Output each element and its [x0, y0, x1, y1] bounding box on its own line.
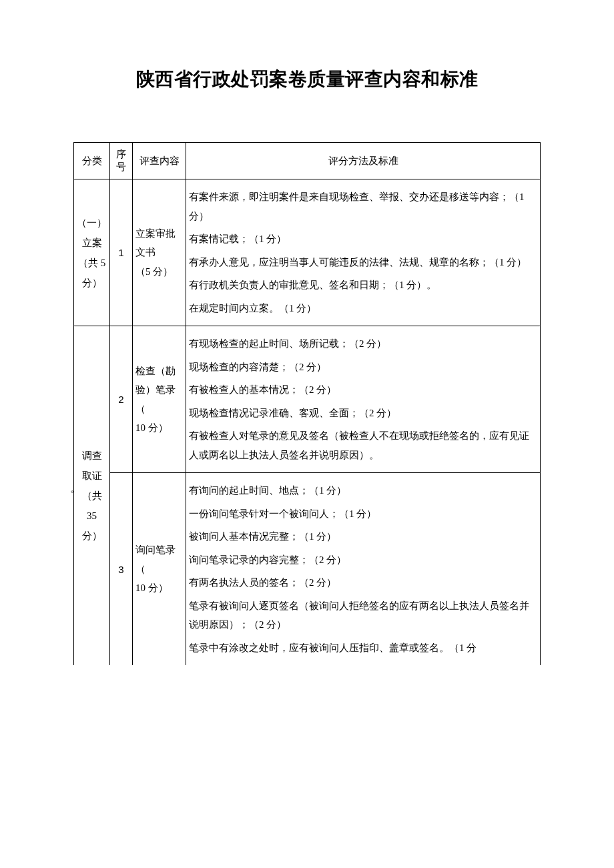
cat2-l1: 调查	[77, 446, 107, 466]
index-cell-3: 3	[110, 473, 133, 666]
c2-l3: 10 分）	[135, 418, 183, 438]
cat1-l1: （一）	[77, 213, 107, 233]
c3-l1: 询问笔录（	[135, 540, 183, 578]
s3-5: 有两名执法人员的签名；（2 分）	[189, 573, 537, 592]
content-cell-2: 检查（勘 验）笔录（ 10 分）	[133, 326, 186, 473]
content-cell-3: 询问笔录（ 10 分）	[133, 473, 186, 666]
c3-l2: 10 分）	[135, 578, 183, 598]
cat1-l3: （共 5	[77, 253, 107, 273]
header-category: 分类	[74, 143, 110, 179]
header-content: 评查内容	[133, 143, 186, 179]
c1-l1: 立案审批	[135, 224, 183, 244]
stray-dot: 。	[70, 478, 80, 498]
category-cell-1: （一） 立案 （共 5 分）	[74, 179, 110, 326]
c2-l1: 检查（勘	[135, 362, 183, 381]
s1-2: 有案情记载；（1 分）	[189, 230, 537, 249]
standard-cell-2: 有现场检查的起止时间、场所记载；（2 分） 现场检查的内容清楚；（2 分） 有被…	[186, 326, 541, 473]
table-header-row: 分类 序号 评查内容 评分方法及标准	[74, 143, 541, 179]
s1-4: 有行政机关负责人的审批意见、签名和日期；（1 分）。	[189, 276, 537, 295]
s2-5: 有被检查人对笔录的意见及签名（被检查人不在现场或拒绝签名的，应有见证人或两名以上…	[189, 426, 537, 464]
s2-4: 现场检查情况记录准确、客观、全面；（2 分）	[189, 404, 537, 423]
table-row: 3 询问笔录（ 10 分） 有询问的起止时间、地点；（1 分） 一份询问笔录针对…	[74, 473, 541, 666]
s1-5: 在规定时间内立案。（1 分）	[189, 299, 537, 318]
s2-2: 现场检查的内容清楚；（2 分）	[189, 358, 537, 377]
s3-6: 笔录有被询问人逐页签名（被询问人拒绝签名的应有两名以上执法人员签名并说明原因）；…	[189, 596, 537, 634]
s2-3: 有被检查人的基本情况；（2 分）	[189, 380, 537, 400]
index-cell-2: 2	[110, 326, 133, 473]
header-standard: 评分方法及标准	[186, 143, 541, 179]
index-cell-1: 1	[110, 179, 133, 326]
c1-l3: （5 分）	[135, 262, 183, 282]
cat1-l4: 分）	[77, 273, 107, 293]
s3-3: 被询问人基本情况完整；（1 分）	[189, 527, 537, 546]
header-index: 序号	[110, 143, 133, 179]
cat1-l2: 立案	[77, 233, 107, 253]
cat2-l3: （共	[77, 486, 107, 506]
cat2-l2: 取证	[77, 466, 107, 486]
s3-2: 一份询问笔录针对一个被询问人；（1 分）	[189, 504, 537, 524]
standard-cell-1: 有案件来源，即注明案件是来自现场检查、举报、交办还是移送等内容；（1 分） 有案…	[186, 179, 541, 326]
table-row: （一） 立案 （共 5 分） 1 立案审批 文书 （5 分） 有案件来源，即注明…	[74, 179, 541, 326]
category-cell-2: 。 调查 取证 （共 35 分）	[74, 326, 110, 666]
c2-l2: 验）笔录（	[135, 380, 183, 418]
s1-1: 有案件来源，即注明案件是来自现场检查、举报、交办还是移送等内容；（1 分）	[189, 187, 537, 226]
s1-3: 有承办人意见，应注明当事人可能违反的法律、法规、规章的名称；（1 分）	[189, 253, 537, 272]
cat2-l4: 35 分）	[77, 506, 107, 546]
c1-l2: 文书	[135, 243, 183, 262]
s3-4: 询问笔录记录的内容完整；（2 分）	[189, 550, 537, 570]
evaluation-table: 分类 序号 评查内容 评分方法及标准 （一） 立案 （共 5 分） 1 立案审批…	[73, 142, 541, 665]
s2-1: 有现场检查的起止时间、场所记载；（2 分）	[189, 334, 537, 354]
table-row: 。 调查 取证 （共 35 分） 2 检查（勘 验）笔录（ 10 分） 有现场检…	[74, 326, 541, 473]
page-title: 陕西省行政处罚案卷质量评查内容和标准	[73, 67, 541, 92]
s3-7: 笔录中有涂改之处时，应有被询问人压指印、盖章或签名。（1 分	[189, 638, 537, 658]
s3-1: 有询问的起止时间、地点；（1 分）	[189, 481, 537, 500]
content-cell-1: 立案审批 文书 （5 分）	[133, 179, 186, 326]
standard-cell-3: 有询问的起止时间、地点；（1 分） 一份询问笔录针对一个被询问人；（1 分） 被…	[186, 473, 541, 666]
